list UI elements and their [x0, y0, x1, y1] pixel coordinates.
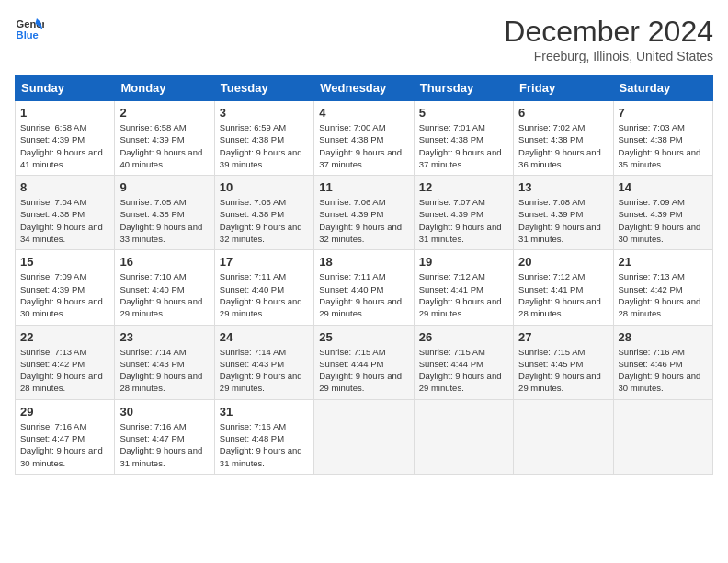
header-friday: Friday	[514, 75, 613, 101]
day-info: Sunrise: 7:12 AMSunset: 4:41 PMDaylight:…	[419, 271, 502, 318]
day-number: 17	[220, 255, 309, 269]
day-info: Sunrise: 7:06 AMSunset: 4:38 PMDaylight:…	[220, 197, 302, 244]
day-info: Sunrise: 7:16 AMSunset: 4:47 PMDaylight:…	[119, 421, 202, 468]
day-number: 4	[319, 106, 408, 120]
day-number: 22	[20, 330, 109, 344]
header-sunday: Sunday	[16, 75, 115, 101]
calendar-cell: 18 Sunrise: 7:11 AMSunset: 4:40 PMDaylig…	[314, 250, 414, 325]
day-info: Sunrise: 7:00 AMSunset: 4:38 PMDaylight:…	[319, 122, 402, 169]
day-info: Sunrise: 7:09 AMSunset: 4:39 PMDaylight:…	[20, 271, 103, 318]
day-number: 18	[319, 255, 408, 269]
day-number: 8	[20, 180, 109, 194]
day-number: 27	[518, 330, 608, 344]
calendar-cell: 22 Sunrise: 7:13 AMSunset: 4:42 PMDaylig…	[16, 325, 115, 399]
logo-icon: General Blue	[15, 15, 44, 44]
day-number: 24	[220, 330, 309, 344]
day-number: 21	[619, 255, 708, 269]
day-info: Sunrise: 7:10 AMSunset: 4:40 PMDaylight:…	[119, 271, 202, 318]
day-info: Sunrise: 7:16 AMSunset: 4:46 PMDaylight:…	[619, 347, 701, 394]
calendar-cell	[414, 399, 513, 474]
day-info: Sunrise: 7:15 AMSunset: 4:44 PMDaylight:…	[419, 347, 502, 394]
day-number: 1	[20, 106, 109, 120]
calendar-cell: 19 Sunrise: 7:12 AMSunset: 4:41 PMDaylig…	[414, 250, 513, 325]
day-info: Sunrise: 6:58 AMSunset: 4:39 PMDaylight:…	[119, 122, 202, 169]
calendar-cell: 26 Sunrise: 7:15 AMSunset: 4:44 PMDaylig…	[414, 325, 513, 399]
day-info: Sunrise: 7:05 AMSunset: 4:38 PMDaylight:…	[119, 197, 202, 244]
day-number: 12	[419, 180, 508, 194]
calendar-cell: 3 Sunrise: 6:59 AMSunset: 4:38 PMDayligh…	[214, 101, 313, 176]
day-number: 7	[619, 106, 708, 120]
calendar-cell: 1 Sunrise: 6:58 AMSunset: 4:39 PMDayligh…	[16, 101, 115, 176]
header-thursday: Thursday	[414, 75, 513, 101]
calendar-cell: 2 Sunrise: 6:58 AMSunset: 4:39 PMDayligh…	[115, 101, 214, 176]
calendar-cell: 9 Sunrise: 7:05 AMSunset: 4:38 PMDayligh…	[115, 176, 214, 250]
calendar-cell: 7 Sunrise: 7:03 AMSunset: 4:38 PMDayligh…	[613, 101, 712, 176]
day-info: Sunrise: 7:09 AMSunset: 4:39 PMDaylight:…	[619, 197, 701, 244]
day-number: 19	[419, 255, 508, 269]
day-number: 29	[20, 405, 109, 419]
calendar-cell: 17 Sunrise: 7:11 AMSunset: 4:40 PMDaylig…	[214, 250, 313, 325]
header-monday: Monday	[115, 75, 214, 101]
day-number: 20	[518, 255, 608, 269]
day-info: Sunrise: 7:14 AMSunset: 4:43 PMDaylight:…	[119, 347, 202, 394]
calendar-cell: 10 Sunrise: 7:06 AMSunset: 4:38 PMDaylig…	[214, 176, 313, 250]
day-info: Sunrise: 7:11 AMSunset: 4:40 PMDaylight:…	[220, 271, 302, 318]
calendar-cell: 4 Sunrise: 7:00 AMSunset: 4:38 PMDayligh…	[314, 101, 414, 176]
calendar-header-row: SundayMondayTuesdayWednesdayThursdayFrid…	[16, 75, 713, 101]
page-header: General Blue December 2024 Freeburg, Ill…	[15, 15, 713, 63]
calendar-cell	[613, 399, 712, 474]
day-number: 3	[220, 106, 309, 120]
calendar-table: SundayMondayTuesdayWednesdayThursdayFrid…	[15, 75, 713, 475]
calendar-cell: 14 Sunrise: 7:09 AMSunset: 4:39 PMDaylig…	[613, 176, 712, 250]
calendar-cell: 30 Sunrise: 7:16 AMSunset: 4:47 PMDaylig…	[115, 399, 214, 474]
day-info: Sunrise: 7:16 AMSunset: 4:47 PMDaylight:…	[20, 421, 103, 468]
day-info: Sunrise: 7:14 AMSunset: 4:43 PMDaylight:…	[220, 347, 302, 394]
calendar-cell: 12 Sunrise: 7:07 AMSunset: 4:39 PMDaylig…	[414, 176, 513, 250]
calendar-cell: 20 Sunrise: 7:12 AMSunset: 4:41 PMDaylig…	[514, 250, 613, 325]
calendar-cell: 21 Sunrise: 7:13 AMSunset: 4:42 PMDaylig…	[613, 250, 712, 325]
day-info: Sunrise: 7:06 AMSunset: 4:39 PMDaylight:…	[319, 197, 402, 244]
calendar-cell: 31 Sunrise: 7:16 AMSunset: 4:48 PMDaylig…	[214, 399, 313, 474]
week-row-1: 1 Sunrise: 6:58 AMSunset: 4:39 PMDayligh…	[16, 101, 713, 176]
calendar-cell: 27 Sunrise: 7:15 AMSunset: 4:45 PMDaylig…	[514, 325, 613, 399]
calendar-cell: 13 Sunrise: 7:08 AMSunset: 4:39 PMDaylig…	[514, 176, 613, 250]
week-row-3: 15 Sunrise: 7:09 AMSunset: 4:39 PMDaylig…	[16, 250, 713, 325]
day-info: Sunrise: 7:08 AMSunset: 4:39 PMDaylight:…	[518, 197, 601, 244]
day-info: Sunrise: 7:13 AMSunset: 4:42 PMDaylight:…	[619, 271, 701, 318]
day-number: 16	[119, 255, 209, 269]
calendar-cell: 16 Sunrise: 7:10 AMSunset: 4:40 PMDaylig…	[115, 250, 214, 325]
calendar-cell: 29 Sunrise: 7:16 AMSunset: 4:47 PMDaylig…	[16, 399, 115, 474]
calendar-cell: 11 Sunrise: 7:06 AMSunset: 4:39 PMDaylig…	[314, 176, 414, 250]
header-wednesday: Wednesday	[314, 75, 414, 101]
day-info: Sunrise: 6:59 AMSunset: 4:38 PMDaylight:…	[220, 122, 302, 169]
calendar-cell: 25 Sunrise: 7:15 AMSunset: 4:44 PMDaylig…	[314, 325, 414, 399]
calendar-cell: 24 Sunrise: 7:14 AMSunset: 4:43 PMDaylig…	[214, 325, 313, 399]
day-number: 14	[619, 180, 708, 194]
day-info: Sunrise: 7:12 AMSunset: 4:41 PMDaylight:…	[518, 271, 601, 318]
calendar-cell: 5 Sunrise: 7:01 AMSunset: 4:38 PMDayligh…	[414, 101, 513, 176]
calendar-cell: 15 Sunrise: 7:09 AMSunset: 4:39 PMDaylig…	[16, 250, 115, 325]
day-info: Sunrise: 7:03 AMSunset: 4:38 PMDaylight:…	[619, 122, 701, 169]
day-info: Sunrise: 7:04 AMSunset: 4:38 PMDaylight:…	[20, 197, 103, 244]
location-title: Freeburg, Illinois, United States	[504, 49, 713, 63]
day-info: Sunrise: 7:15 AMSunset: 4:44 PMDaylight:…	[319, 347, 402, 394]
day-info: Sunrise: 7:07 AMSunset: 4:39 PMDaylight:…	[419, 197, 502, 244]
svg-text:Blue: Blue	[17, 29, 39, 40]
day-number: 23	[119, 330, 209, 344]
calendar-cell: 6 Sunrise: 7:02 AMSunset: 4:38 PMDayligh…	[514, 101, 613, 176]
day-number: 31	[220, 405, 309, 419]
day-info: Sunrise: 7:13 AMSunset: 4:42 PMDaylight:…	[20, 347, 103, 394]
day-info: Sunrise: 7:01 AMSunset: 4:38 PMDaylight:…	[419, 122, 502, 169]
title-section: December 2024 Freeburg, Illinois, United…	[504, 15, 713, 63]
day-number: 9	[119, 180, 209, 194]
day-number: 2	[119, 106, 209, 120]
day-number: 15	[20, 255, 109, 269]
day-number: 11	[319, 180, 408, 194]
week-row-5: 29 Sunrise: 7:16 AMSunset: 4:47 PMDaylig…	[16, 399, 713, 474]
week-row-4: 22 Sunrise: 7:13 AMSunset: 4:42 PMDaylig…	[16, 325, 713, 399]
calendar-cell	[514, 399, 613, 474]
day-number: 13	[518, 180, 608, 194]
day-number: 5	[419, 106, 508, 120]
day-info: Sunrise: 6:58 AMSunset: 4:39 PMDaylight:…	[20, 122, 103, 169]
header-saturday: Saturday	[613, 75, 712, 101]
